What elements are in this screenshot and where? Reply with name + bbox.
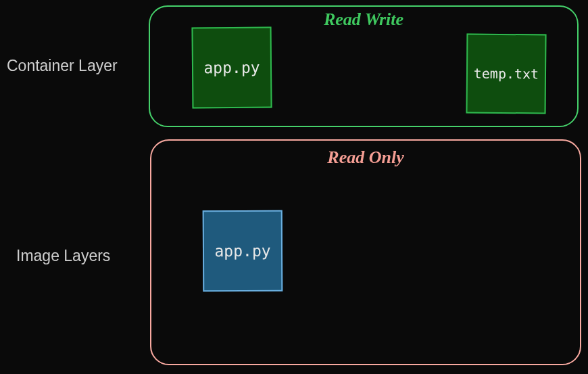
file-box-temp: temp.txt <box>466 33 546 114</box>
file-label: temp.txt <box>474 66 539 83</box>
file-label: app.py <box>203 59 260 77</box>
image-layers-panel: Read Only app.py <box>150 139 581 365</box>
image-layers-label: Image Layers <box>16 247 110 265</box>
file-label: app.py <box>214 242 270 260</box>
container-panel-title: Read Write <box>324 9 403 30</box>
file-box-app-image: app.py <box>203 210 283 292</box>
container-layer-panel: Read Write app.py temp.txt <box>149 5 579 127</box>
file-box-app-container: app.py <box>191 26 272 108</box>
container-layer-label: Container Layer <box>7 57 118 75</box>
image-panel-title: Read Only <box>327 147 403 168</box>
